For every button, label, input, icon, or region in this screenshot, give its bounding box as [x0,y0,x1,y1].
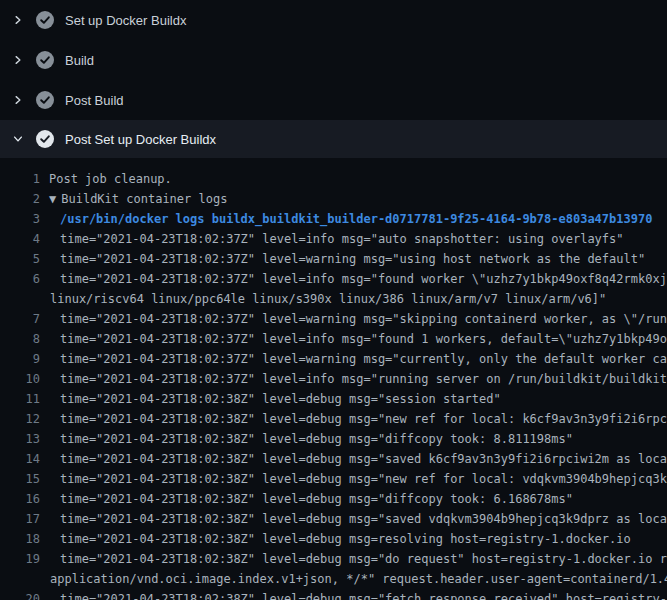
log-line-text: time="2021-04-23T18:02:37Z" level=info m… [40,329,667,349]
log-line: 18 time="2021-04-23T18:02:38Z" level=deb… [0,529,667,549]
log-line-text: time="2021-04-23T18:02:38Z" level=debug … [40,449,667,469]
log-line-number[interactable]: 9 [0,349,40,369]
step-title: Post Build [65,93,124,108]
log-line-number[interactable]: 5 [0,249,40,269]
log-line-text: time="2021-04-23T18:02:37Z" level=info m… [40,269,667,289]
step-row-post-build[interactable]: Post Build [0,80,667,120]
step-title: Post Set up Docker Buildx [65,132,216,147]
step-row-post-set-up-docker-buildx[interactable]: Post Set up Docker Buildx [0,120,667,158]
log-line-number[interactable]: 6 [0,269,40,289]
log-line-number[interactable]: 10 [0,369,40,389]
log-line-number[interactable]: 20 [0,589,40,600]
log-line-text: time="2021-04-23T18:02:38Z" level=debug … [40,429,667,449]
log-line-number[interactable]: 3 [0,209,40,229]
log-line: 20 time="2021-04-23T18:02:38Z" level=deb… [0,589,667,600]
log-line: 1 Post job cleanup. [0,169,667,189]
log-line: 12 time="2021-04-23T18:02:38Z" level=deb… [0,409,667,429]
log-line: 9 time="2021-04-23T18:02:37Z" level=warn… [0,349,667,369]
log-line: 8 time="2021-04-23T18:02:37Z" level=info… [0,329,667,349]
log-line-number[interactable]: 2 [0,189,40,209]
log-line-text: time="2021-04-23T18:02:37Z" level=warnin… [40,309,667,329]
log-line-number[interactable]: 18 [0,529,40,549]
log-line: 13 time="2021-04-23T18:02:38Z" level=deb… [0,429,667,449]
log-line-text: time="2021-04-23T18:02:38Z" level=debug … [40,589,667,600]
log-line-text: application/vnd.oci.image.index.v1+json,… [40,569,667,589]
log-line-text: time="2021-04-23T18:02:37Z" level=info m… [40,229,667,249]
step-title: Build [65,53,94,68]
group-collapse-marker-icon[interactable]: ▼ [40,189,56,209]
log-line: 6 time="2021-04-23T18:02:37Z" level=info… [0,269,667,289]
log-line-number[interactable]: 16 [0,489,40,509]
log-line-number [0,289,40,309]
log-line-number[interactable]: 11 [0,389,40,409]
log-line-number[interactable]: 1 [0,169,40,189]
log-line: 5 time="2021-04-23T18:02:37Z" level=warn… [0,249,667,269]
log-line-number[interactable]: 8 [0,329,40,349]
chevron-right-icon[interactable] [12,14,24,26]
log-line-text: time="2021-04-23T18:02:37Z" level=warnin… [40,249,667,269]
log-line-number[interactable]: 12 [0,409,40,429]
step-title: Set up Docker Buildx [65,13,186,28]
log-line: 14 time="2021-04-23T18:02:38Z" level=deb… [0,449,667,469]
log-line-number[interactable]: 4 [0,229,40,249]
log-line-text: time="2021-04-23T18:02:37Z" level=info m… [40,369,667,389]
log-line-text: time="2021-04-23T18:02:38Z" level=debug … [40,469,667,489]
log-line-number[interactable]: 13 [0,429,40,449]
log-line-command: 3 /usr/bin/docker logs buildx_buildkit_b… [0,209,667,229]
log-line-text: Post job cleanup. [40,169,667,189]
log-line-text: linux/riscv64 linux/ppc64le linux/s390x … [40,289,667,309]
log-line-text: time="2021-04-23T18:02:38Z" level=debug … [40,529,667,549]
chevron-right-icon[interactable] [12,54,24,66]
log-line-text: time="2021-04-23T18:02:38Z" level=debug … [40,549,667,569]
check-circle-icon [36,130,54,148]
log-line: 7 time="2021-04-23T18:02:37Z" level=warn… [0,309,667,329]
log-line-text: time="2021-04-23T18:02:38Z" level=debug … [40,409,667,429]
log-line-text: time="2021-04-23T18:02:37Z" level=warnin… [40,349,667,369]
log-viewer: 1 Post job cleanup. 2 ▼ BuildKit contain… [0,158,667,600]
chevron-right-icon[interactable] [12,94,24,106]
log-line: 4 time="2021-04-23T18:02:37Z" level=info… [0,229,667,249]
log-group-title[interactable]: BuildKit container logs [56,189,667,209]
log-line-number[interactable]: 17 [0,509,40,529]
step-row-build[interactable]: Build [0,40,667,80]
log-line: 11 time="2021-04-23T18:02:38Z" level=deb… [0,389,667,409]
step-row-set-up-docker-buildx[interactable]: Set up Docker Buildx [0,0,667,40]
log-line: 16 time="2021-04-23T18:02:38Z" level=deb… [0,489,667,509]
log-line-number [0,569,40,589]
log-line: 10 time="2021-04-23T18:02:37Z" level=inf… [0,369,667,389]
check-circle-icon [36,91,54,109]
chevron-down-icon[interactable] [12,133,24,145]
log-line: 17 time="2021-04-23T18:02:38Z" level=deb… [0,509,667,529]
log-line-number[interactable]: 14 [0,449,40,469]
log-line-number[interactable]: 7 [0,309,40,329]
log-command-text: /usr/bin/docker logs buildx_buildkit_bui… [40,209,667,229]
log-line: 15 time="2021-04-23T18:02:38Z" level=deb… [0,469,667,489]
log-line-text: time="2021-04-23T18:02:38Z" level=debug … [40,489,667,509]
check-circle-icon [36,51,54,69]
check-circle-icon [36,11,54,29]
log-line-text: time="2021-04-23T18:02:38Z" level=debug … [40,389,667,409]
log-line-wrap: application/vnd.oci.image.index.v1+json,… [0,569,667,589]
log-line-number[interactable]: 15 [0,469,40,489]
log-line-text: time="2021-04-23T18:02:38Z" level=debug … [40,509,667,529]
log-group-header: 2 ▼ BuildKit container logs [0,189,667,209]
log-line-number[interactable]: 19 [0,549,40,569]
log-line-wrap: linux/riscv64 linux/ppc64le linux/s390x … [0,289,667,309]
log-line: 19 time="2021-04-23T18:02:38Z" level=deb… [0,549,667,569]
